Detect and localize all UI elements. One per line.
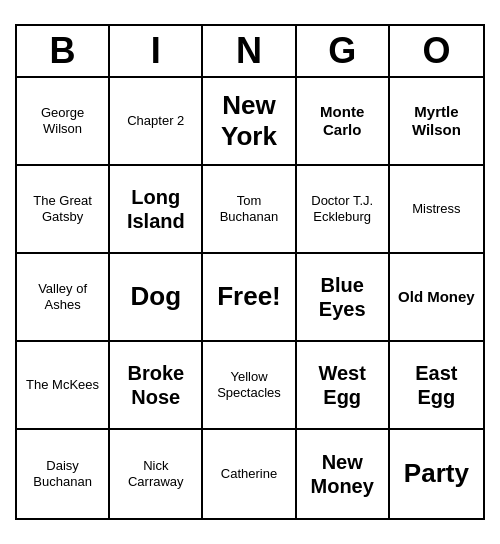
bingo-cell: Catherine xyxy=(203,430,296,518)
cell-text: Mistress xyxy=(412,201,460,217)
bingo-cell: Tom Buchanan xyxy=(203,166,296,254)
cell-text: East Egg xyxy=(394,361,479,409)
bingo-grid: George WilsonChapter 2New YorkMonte Carl… xyxy=(17,78,483,518)
cell-text: Daisy Buchanan xyxy=(21,458,104,489)
bingo-header: BINGO xyxy=(17,26,483,78)
bingo-cell: Doctor T.J. Eckleburg xyxy=(297,166,390,254)
bingo-cell: George Wilson xyxy=(17,78,110,166)
bingo-cell: The McKees xyxy=(17,342,110,430)
cell-text: Old Money xyxy=(398,288,475,306)
cell-text: Long Island xyxy=(114,185,197,233)
bingo-card: BINGO George WilsonChapter 2New YorkMont… xyxy=(15,24,485,520)
cell-text: Broke Nose xyxy=(114,361,197,409)
bingo-cell: Mistress xyxy=(390,166,483,254)
bingo-cell: Myrtle Wilson xyxy=(390,78,483,166)
bingo-letter: N xyxy=(203,26,296,76)
cell-text: The Great Gatsby xyxy=(21,193,104,224)
bingo-letter: G xyxy=(297,26,390,76)
bingo-cell: Chapter 2 xyxy=(110,78,203,166)
cell-text: Tom Buchanan xyxy=(207,193,290,224)
bingo-cell: Long Island xyxy=(110,166,203,254)
bingo-cell: East Egg xyxy=(390,342,483,430)
bingo-cell: Nick Carraway xyxy=(110,430,203,518)
cell-text: Valley of Ashes xyxy=(21,281,104,312)
bingo-cell: Old Money xyxy=(390,254,483,342)
cell-text: New Money xyxy=(301,450,384,498)
cell-text: Doctor T.J. Eckleburg xyxy=(301,193,384,224)
cell-text: Nick Carraway xyxy=(114,458,197,489)
cell-text: Monte Carlo xyxy=(301,103,384,139)
bingo-cell: West Egg xyxy=(297,342,390,430)
bingo-cell: The Great Gatsby xyxy=(17,166,110,254)
bingo-cell: Party xyxy=(390,430,483,518)
cell-text: Chapter 2 xyxy=(127,113,184,129)
bingo-cell: Blue Eyes xyxy=(297,254,390,342)
cell-text: West Egg xyxy=(301,361,384,409)
bingo-cell: Valley of Ashes xyxy=(17,254,110,342)
bingo-cell: Broke Nose xyxy=(110,342,203,430)
cell-text: Yellow Spectacles xyxy=(207,369,290,400)
bingo-cell: Monte Carlo xyxy=(297,78,390,166)
bingo-cell: New York xyxy=(203,78,296,166)
bingo-cell: Yellow Spectacles xyxy=(203,342,296,430)
bingo-cell: Free! xyxy=(203,254,296,342)
cell-text: Party xyxy=(404,458,469,489)
cell-text: Blue Eyes xyxy=(301,273,384,321)
cell-text: Catherine xyxy=(221,466,277,482)
bingo-letter: I xyxy=(110,26,203,76)
cell-text: Dog xyxy=(131,281,182,312)
cell-text: Free! xyxy=(217,281,281,312)
cell-text: Myrtle Wilson xyxy=(394,103,479,139)
cell-text: George Wilson xyxy=(21,105,104,136)
cell-text: New York xyxy=(207,90,290,152)
bingo-cell: Daisy Buchanan xyxy=(17,430,110,518)
bingo-cell: New Money xyxy=(297,430,390,518)
bingo-cell: Dog xyxy=(110,254,203,342)
bingo-letter: O xyxy=(390,26,483,76)
bingo-letter: B xyxy=(17,26,110,76)
cell-text: The McKees xyxy=(26,377,99,393)
